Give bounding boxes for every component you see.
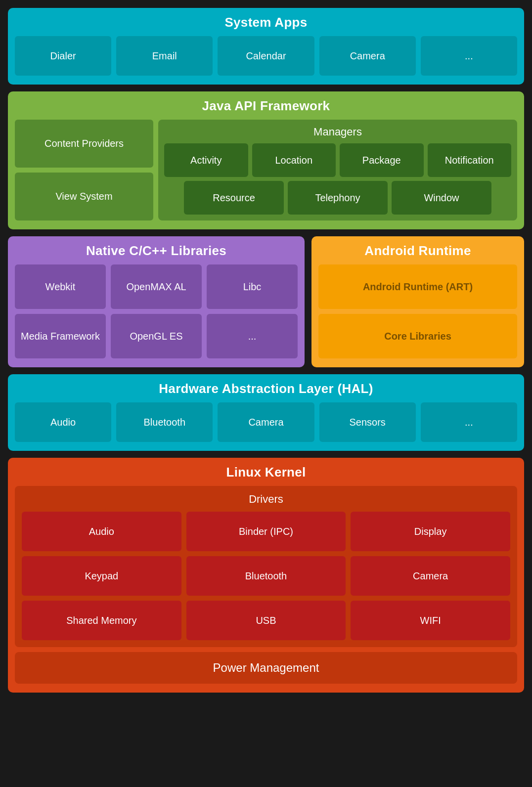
hal-item: Sensors	[319, 402, 416, 442]
system-apps-title: System Apps	[15, 15, 517, 30]
hal-item: Camera	[218, 402, 314, 442]
runtime-item: Core Libraries	[318, 314, 517, 358]
java-api-title: Java API Framework	[15, 98, 517, 114]
driver-item: Display	[351, 512, 510, 551]
hal-item: Bluetooth	[116, 402, 213, 442]
driver-item: Camera	[351, 556, 510, 596]
system-apps-layer: System Apps DialerEmailCalendarCamera...	[8, 8, 524, 85]
java-api-layer: Java API Framework Content Providers Vie…	[8, 91, 524, 229]
system-app-item: ...	[421, 36, 517, 76]
driver-item: Audio	[22, 512, 181, 551]
android-runtime-title: Android Runtime	[318, 243, 517, 259]
manager-item: Telephony	[288, 181, 388, 215]
driver-item: WIFI	[351, 601, 510, 640]
java-api-inner: Content Providers View System Managers A…	[15, 120, 517, 220]
hal-item: Audio	[15, 402, 111, 442]
native-libs-layer: Native C/C++ Libraries WebkitOpenMAX ALL…	[8, 236, 305, 367]
view-system-box: View System	[15, 173, 153, 220]
native-lib-item: Media Framework	[15, 314, 106, 358]
native-lib-item: OpenMAX AL	[111, 264, 202, 309]
manager-item: Notification	[428, 143, 512, 177]
java-api-left: Content Providers View System	[15, 120, 153, 220]
runtime-items: Android Runtime (ART)Core Libraries	[318, 264, 517, 358]
android-runtime-layer: Android Runtime Android Runtime (ART)Cor…	[311, 236, 524, 367]
middle-row: Native C/C++ Libraries WebkitOpenMAX ALL…	[8, 236, 524, 367]
manager-item: Resource	[184, 181, 284, 215]
hal-item: ...	[421, 402, 517, 442]
hal-layer: Hardware Abstraction Layer (HAL) AudioBl…	[8, 374, 524, 451]
system-apps-row: DialerEmailCalendarCamera...	[15, 36, 517, 76]
drivers-title: Drivers	[22, 493, 510, 506]
managers-row2: ResourceTelephonyWindow	[164, 181, 511, 215]
system-app-item: Calendar	[218, 36, 314, 76]
linux-kernel-title: Linux Kernel	[15, 465, 517, 480]
managers-panel: Managers ActivityLocationPackageNotifica…	[158, 120, 517, 220]
native-lib-item: OpenGL ES	[111, 314, 202, 358]
manager-item: Location	[252, 143, 336, 177]
driver-item: Bluetooth	[186, 556, 346, 596]
hal-row: AudioBluetoothCameraSensors...	[15, 402, 517, 442]
manager-item: Window	[392, 181, 491, 215]
power-management: Power Management	[15, 652, 517, 684]
native-libs-title: Native C/C++ Libraries	[15, 243, 298, 259]
managers-title: Managers	[164, 126, 511, 138]
hal-title: Hardware Abstraction Layer (HAL)	[15, 381, 517, 396]
system-app-item: Email	[116, 36, 213, 76]
native-grid: WebkitOpenMAX ALLibcMedia FrameworkOpenG…	[15, 264, 298, 358]
manager-item: Activity	[164, 143, 248, 177]
driver-item: Keypad	[22, 556, 181, 596]
manager-item: Package	[340, 143, 424, 177]
runtime-item: Android Runtime (ART)	[318, 264, 517, 309]
native-lib-item: Libc	[207, 264, 298, 309]
drivers-grid: AudioBinder (IPC)DisplayKeypadBluetoothC…	[22, 512, 510, 640]
content-providers-box: Content Providers	[15, 120, 153, 168]
driver-item: USB	[186, 601, 346, 640]
drivers-box: Drivers AudioBinder (IPC)DisplayKeypadBl…	[15, 486, 517, 647]
native-lib-item: Webkit	[15, 264, 106, 309]
linux-kernel-layer: Linux Kernel Drivers AudioBinder (IPC)Di…	[8, 458, 524, 693]
system-app-item: Camera	[319, 36, 416, 76]
managers-row1: ActivityLocationPackageNotification	[164, 143, 511, 177]
system-app-item: Dialer	[15, 36, 111, 76]
driver-item: Binder (IPC)	[186, 512, 346, 551]
native-lib-item: ...	[207, 314, 298, 358]
driver-item: Shared Memory	[22, 601, 181, 640]
